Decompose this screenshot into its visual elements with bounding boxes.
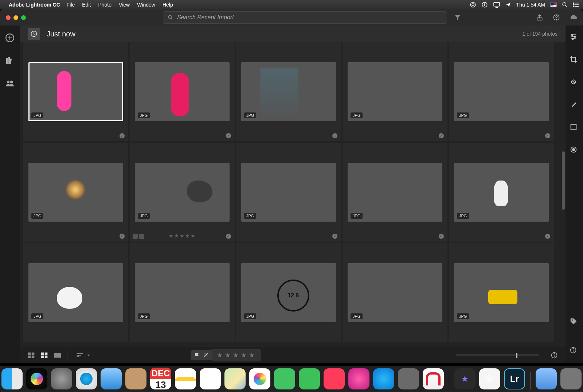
sync-status-icon[interactable]	[481, 1, 488, 8]
share-icon[interactable]	[536, 13, 544, 21]
photo-cell[interactable]: JPG✓	[236, 42, 341, 141]
menu-window[interactable]: Window	[137, 2, 155, 8]
photo-cell[interactable]: JPG✓	[236, 143, 341, 242]
healing-brush-icon[interactable]	[570, 78, 579, 87]
chevron-down-icon	[86, 353, 91, 357]
search-input[interactable]: Search Recent Import	[163, 11, 447, 24]
format-badge: JPG	[457, 112, 469, 118]
dock-itunes-icon[interactable]	[348, 368, 369, 389]
notification-icon[interactable]	[505, 2, 511, 8]
menubar-clock[interactable]: Thu 1:54 AM	[516, 2, 545, 8]
crop-icon[interactable]	[570, 55, 579, 65]
keywords-tag-icon[interactable]	[570, 317, 579, 327]
svg-point-1	[472, 4, 474, 6]
square-grid-view-button[interactable]	[40, 352, 49, 359]
sharing-icon[interactable]	[5, 78, 15, 88]
photo-cell[interactable]: JPG★★★★★✓	[130, 143, 235, 242]
photo-cell[interactable]: JPG	[130, 243, 235, 342]
dock-downloads-icon[interactable]	[536, 368, 557, 389]
dock-magnet-icon[interactable]	[423, 368, 444, 389]
photo-cell[interactable]: JPG✓	[343, 143, 447, 242]
photo-cell[interactable]: JPG	[449, 243, 554, 342]
info-button[interactable]	[550, 351, 558, 359]
dock-launchpad-icon[interactable]	[51, 368, 72, 389]
photo-cell[interactable]: JPG✓	[343, 42, 447, 141]
menubar-app-name[interactable]: Adobe Lightroom CC	[9, 2, 60, 8]
dock-safari-icon[interactable]	[76, 368, 97, 389]
sync-check-icon: ✓	[545, 133, 550, 138]
info-panel-icon[interactable]	[570, 347, 579, 356]
photo-cell[interactable]: JPG✓	[23, 42, 128, 141]
reject-flag-button[interactable]	[203, 352, 209, 358]
scrollbar-thumb[interactable]	[562, 151, 565, 210]
photo-grid-scroll[interactable]: JPG✓ JPG✓ JPG✓ JPG✓ JPG✓ JPG✓ JPG★★★★★✓ …	[20, 42, 566, 347]
window-zoom-button[interactable]	[21, 15, 26, 20]
menu-file[interactable]: File	[67, 2, 75, 8]
photo-cell[interactable]: JPG✓	[23, 143, 128, 242]
photo-cell[interactable]: JPG	[236, 243, 341, 342]
sort-control[interactable]	[76, 353, 91, 358]
svg-point-18	[556, 19, 557, 20]
dock-siri-icon[interactable]	[26, 368, 47, 389]
svg-rect-33	[45, 353, 47, 355]
dock-appstore-icon[interactable]	[373, 368, 394, 389]
filter-icon[interactable]	[454, 13, 462, 21]
brush-icon[interactable]	[570, 100, 579, 110]
dock-trash-icon[interactable]	[560, 368, 582, 389]
dock-maps-icon[interactable]	[224, 368, 246, 389]
rating-control[interactable]: ★★★★★	[212, 349, 261, 361]
format-badge: JPG	[31, 213, 43, 219]
photo-cell[interactable]: JPG	[23, 243, 128, 342]
dock-calendar-icon[interactable]: DEC13	[150, 368, 171, 389]
dock-facetime-icon[interactable]	[299, 368, 320, 389]
dock-notes-icon[interactable]	[175, 368, 196, 389]
dock-contacts-icon[interactable]	[125, 368, 146, 389]
menu-photo[interactable]: Photo	[98, 2, 111, 8]
photo-cell[interactable]: JPG	[343, 243, 447, 342]
collection-title: Just now	[47, 30, 75, 38]
menu-help[interactable]: Help	[163, 2, 173, 8]
dock-systempreferences-icon[interactable]	[398, 368, 419, 389]
dock-news-icon[interactable]	[324, 368, 345, 389]
display-icon[interactable]	[493, 2, 500, 8]
edit-sliders-icon[interactable]	[570, 33, 579, 42]
add-photos-button[interactable]	[5, 33, 15, 43]
menu-edit[interactable]: Edit	[82, 2, 91, 8]
radial-gradient-icon[interactable]	[570, 146, 579, 155]
svg-point-25	[7, 81, 9, 83]
menu-view[interactable]: View	[119, 2, 130, 8]
window-titlebar: Search Recent Import	[0, 9, 583, 25]
my-photos-icon[interactable]	[5, 55, 15, 66]
dock-photos-icon[interactable]	[249, 368, 270, 389]
dock-lightroom-icon[interactable]: Lr	[504, 368, 525, 389]
photo-grid-view-button[interactable]	[27, 352, 36, 359]
menubar-list-icon[interactable]	[573, 2, 579, 7]
spotlight-icon[interactable]	[562, 2, 568, 8]
slider-knob[interactable]	[516, 353, 517, 358]
detail-view-button[interactable]	[53, 352, 62, 359]
svg-line-7	[566, 5, 567, 7]
photo-cell[interactable]: JPG✓	[449, 143, 554, 242]
thumbnail-size-slider[interactable]	[455, 354, 539, 356]
cc-status-icon[interactable]	[470, 1, 476, 8]
dock-mail-icon[interactable]	[101, 368, 122, 389]
dock-finder-icon[interactable]	[1, 368, 23, 389]
cloud-sync-icon[interactable]	[569, 13, 577, 21]
photo-cell[interactable]: JPG✓	[449, 42, 554, 141]
photo-cell[interactable]: JPG✓	[130, 42, 235, 141]
recent-import-icon[interactable]	[28, 28, 40, 40]
linear-gradient-icon[interactable]	[570, 123, 579, 132]
dock-imovie-icon[interactable]	[454, 368, 476, 389]
dock-messages-icon[interactable]	[274, 368, 295, 389]
window-minimize-button[interactable]	[13, 15, 18, 20]
dock-1password-icon[interactable]: ①	[479, 368, 500, 389]
photo-thumbnail: JPG	[348, 263, 442, 322]
input-source-flag[interactable]	[550, 3, 557, 7]
svg-rect-23	[8, 57, 10, 64]
dock-reminders-icon[interactable]	[200, 368, 221, 389]
svg-rect-28	[28, 353, 31, 355]
help-icon[interactable]	[552, 13, 560, 21]
window-close-button[interactable]	[6, 15, 11, 20]
window-traffic-lights	[6, 15, 26, 20]
pick-flag-button[interactable]	[194, 352, 200, 358]
